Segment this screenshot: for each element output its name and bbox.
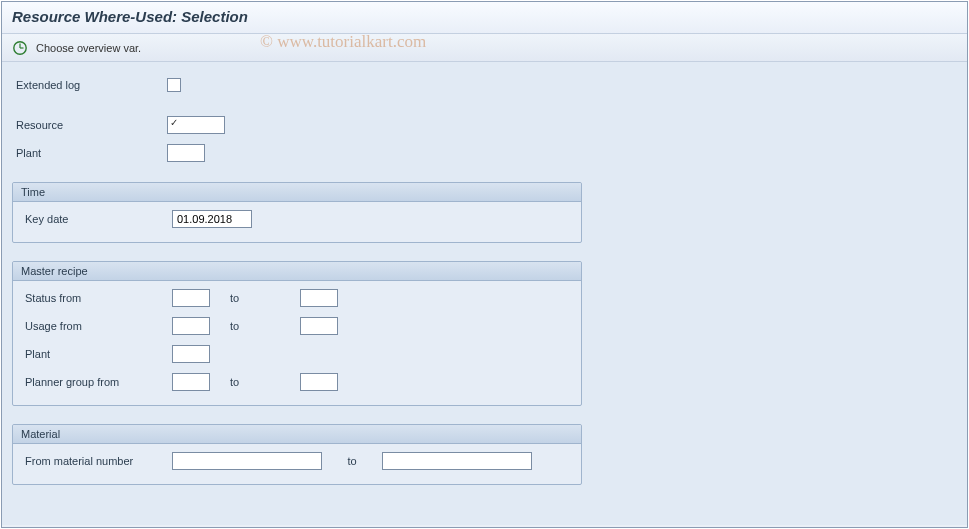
planner-group-from-label: Planner group from <box>17 376 172 388</box>
resource-label: Resource <box>12 119 167 131</box>
plant-row: Plant <box>12 142 957 164</box>
to-material-input[interactable] <box>382 452 532 470</box>
planner-group-from-input[interactable] <box>172 373 210 391</box>
extended-log-checkbox[interactable] <box>167 78 181 92</box>
planner-group-row: Planner group from to <box>17 371 577 393</box>
material-to-label: to <box>322 455 382 467</box>
status-from-input[interactable] <box>172 289 210 307</box>
choose-overview-button[interactable]: Choose overview var. <box>36 42 141 54</box>
material-groupbox: Material From material number to <box>12 424 582 485</box>
master-recipe-group-title: Master recipe <box>13 262 581 281</box>
usage-from-label: Usage from <box>17 320 172 332</box>
usage-row: Usage from to <box>17 315 577 337</box>
plant-input[interactable] <box>167 144 205 162</box>
time-group-title: Time <box>13 183 581 202</box>
mr-plant-input[interactable] <box>172 345 210 363</box>
material-group-title: Material <box>13 425 581 444</box>
status-to-label: to <box>210 292 300 304</box>
master-recipe-groupbox: Master recipe Status from to Usage from … <box>12 261 582 406</box>
execute-icon[interactable] <box>10 38 30 58</box>
resource-row: Resource <box>12 114 957 136</box>
toolbar: Choose overview var. <box>2 34 967 62</box>
usage-to-label: to <box>210 320 300 332</box>
status-from-label: Status from <box>17 292 172 304</box>
resource-input[interactable] <box>167 116 225 134</box>
page-title: Resource Where-Used: Selection <box>2 2 967 34</box>
mr-plant-row: Plant <box>17 343 577 365</box>
status-row: Status from to <box>17 287 577 309</box>
content-area: Extended log Resource Plant Time Key dat… <box>2 62 967 525</box>
from-material-input[interactable] <box>172 452 322 470</box>
extended-log-label: Extended log <box>12 79 167 91</box>
material-row: From material number to <box>17 450 577 472</box>
mr-plant-label: Plant <box>17 348 172 360</box>
planner-group-to-input[interactable] <box>300 373 338 391</box>
usage-from-input[interactable] <box>172 317 210 335</box>
key-date-row: Key date <box>17 208 577 230</box>
key-date-label: Key date <box>17 213 172 225</box>
plant-label: Plant <box>12 147 167 159</box>
planner-group-to-label: to <box>210 376 300 388</box>
time-groupbox: Time Key date <box>12 182 582 243</box>
key-date-input[interactable] <box>172 210 252 228</box>
extended-log-row: Extended log <box>12 74 957 96</box>
from-material-label: From material number <box>17 455 172 467</box>
usage-to-input[interactable] <box>300 317 338 335</box>
status-to-input[interactable] <box>300 289 338 307</box>
app-window: Resource Where-Used: Selection Choose ov… <box>1 1 968 528</box>
